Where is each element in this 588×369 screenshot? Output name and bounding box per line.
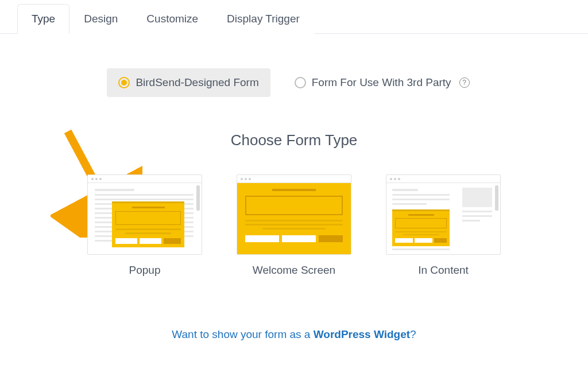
radio-birdsend-label: BirdSend-Designed Form — [136, 76, 258, 89]
radio-selected-icon — [118, 77, 130, 88]
form-type-welcome-screen[interactable]: Welcome Screen — [237, 174, 351, 277]
form-type-in-content[interactable]: In Content — [386, 174, 501, 277]
radio-birdsend-designed[interactable]: BirdSend-Designed Form — [107, 68, 270, 97]
radio-third-party-label: Form For Use With 3rd Party — [312, 76, 451, 89]
help-icon[interactable]: ? — [459, 77, 470, 88]
in-content-preview — [386, 174, 501, 255]
radio-unselected-icon — [295, 77, 306, 88]
in-content-label: In Content — [386, 264, 501, 277]
wordpress-widget-link[interactable]: Want to show your form as a WordPress Wi… — [0, 328, 588, 341]
radio-third-party[interactable]: Form For Use With 3rd Party ? — [283, 68, 481, 97]
popup-label: Popup — [87, 264, 202, 277]
form-type-cards: Popup Welcome Screen — [0, 174, 588, 277]
footer-link-text: WordPress Widget — [314, 328, 410, 340]
form-type-popup[interactable]: Popup — [87, 174, 202, 277]
welcome-preview — [237, 174, 351, 255]
content-area: BirdSend-Designed Form Form For Use With… — [0, 34, 588, 341]
tab-type[interactable]: Type — [17, 4, 69, 34]
tab-design[interactable]: Design — [69, 4, 132, 34]
popup-preview — [87, 174, 202, 255]
form-source-radio-group: BirdSend-Designed Form Form For Use With… — [0, 68, 588, 97]
section-heading: Choose Form Type — [0, 131, 588, 149]
footer-prefix: Want to show your form as a — [172, 328, 313, 340]
tab-display-trigger[interactable]: Display Trigger — [212, 4, 314, 34]
welcome-label: Welcome Screen — [237, 264, 351, 277]
tabs-bar: Type Design Customize Display Trigger — [0, 0, 588, 34]
tab-customize[interactable]: Customize — [132, 4, 212, 34]
footer-suffix: ? — [410, 328, 416, 340]
